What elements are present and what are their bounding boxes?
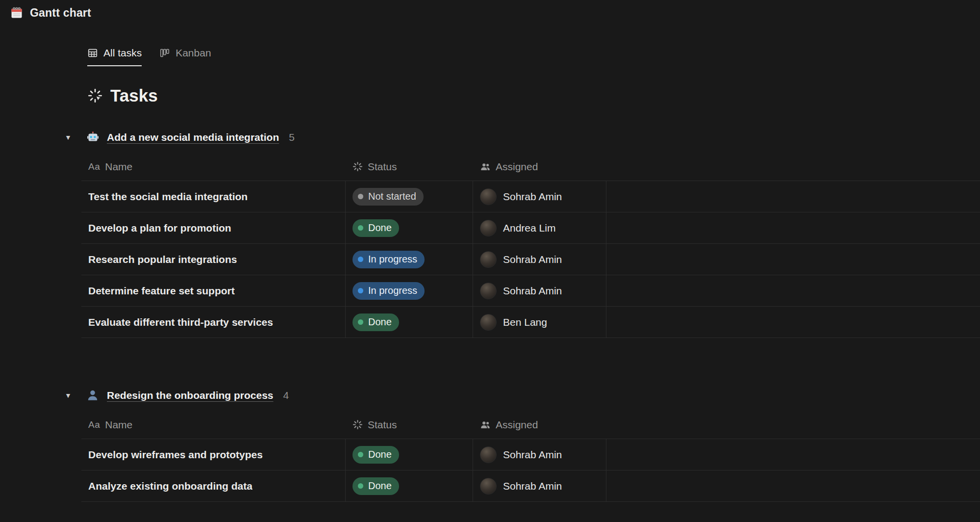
empty-cell [606,439,980,470]
table-row: Develop a plan for promotion Done Andrea… [81,212,980,244]
page-breadcrumb-title: Gantt chart [30,6,91,20]
status-badge[interactable]: Done [352,219,399,237]
group-header: ▼ Redesign the onboarding process 4 [65,388,980,403]
avatar [480,220,497,236]
text-property-icon: Aa [88,419,100,430]
status-badge[interactable]: In progress [352,282,425,300]
status-badge[interactable]: Not started [352,188,424,206]
task-name-link[interactable]: Analyze existing onboarding data [88,480,252,492]
empty-cell [606,275,980,306]
person-silhouette-icon [86,389,100,402]
column-header-status[interactable]: Status [346,411,473,439]
status-badge[interactable]: In progress [352,251,425,268]
task-name-link[interactable]: Develop a plan for promotion [88,222,231,234]
empty-cell [606,181,980,212]
table-view-icon [87,48,98,58]
table-row: Analyze existing onboarding data Done So… [81,470,980,502]
triangle-down-icon[interactable]: ▼ [65,134,75,141]
assignee-chip[interactable]: Sohrab Amin [480,188,562,205]
text-property-icon: Aa [88,161,100,172]
status-badge[interactable]: Done [352,477,399,495]
assignee-chip[interactable]: Sohrab Amin [480,446,562,463]
table-row: Determine feature set support In progres… [81,275,980,307]
group-count: 5 [289,131,295,143]
task-name-link[interactable]: Develop wireframes and prototypes [88,449,263,461]
column-header-assigned[interactable]: Assigned [473,153,606,181]
avatar [480,446,497,463]
group-title-link[interactable]: Redesign the onboarding process [107,390,274,401]
spinner-icon [352,419,363,430]
avatar [480,283,497,299]
group-header: ▼ Add a new social media integration 5 [65,130,980,145]
tasks-table: Aa Name Status Assigned Test the social … [81,153,980,338]
topbar: Gantt chart [0,0,980,24]
task-name-link[interactable]: Determine feature set support [88,285,235,297]
robot-icon [86,130,100,144]
empty-cell [606,212,980,243]
avatar [480,251,497,268]
tab-all-tasks[interactable]: All tasks [87,47,142,66]
group-count: 4 [283,390,289,401]
avatar [480,188,497,205]
table-row: Research popular integrations In progres… [81,244,980,275]
task-name-link[interactable]: Test the social media integration [88,191,248,203]
table-row: Evaluate different third-party services … [81,307,980,338]
table-row: Test the social media integration Not st… [81,181,980,212]
task-name-link[interactable]: Research popular integrations [88,254,237,265]
view-tabs: All tasks Kanban [87,47,980,66]
assignee-chip[interactable]: Sohrab Amin [480,251,562,268]
page-title-text: Tasks [110,86,158,105]
column-header-name[interactable]: Aa Name [81,411,346,439]
column-header-assigned[interactable]: Assigned [473,411,606,439]
assignee-chip[interactable]: Sohrab Amin [480,478,562,495]
empty-cell [606,244,980,275]
tab-kanban[interactable]: Kanban [159,47,211,66]
burst-cursor-icon [87,88,103,104]
assignee-chip[interactable]: Andrea Lim [480,220,555,236]
people-icon [480,419,491,430]
page-title: Tasks [87,86,980,105]
tab-label: Kanban [176,47,211,59]
column-header-name[interactable]: Aa Name [81,153,346,181]
task-group-onboarding: ▼ Redesign the onboarding process 4 Aa N… [0,388,980,502]
status-badge[interactable]: Done [352,313,399,331]
table-header-row: Aa Name Status Assigned [81,411,980,439]
people-icon [480,161,491,172]
table-row: Develop wireframes and prototypes Done S… [81,439,980,470]
assignee-chip[interactable]: Ben Lang [480,314,547,331]
tab-label: All tasks [103,47,142,59]
group-title-link[interactable]: Add a new social media integration [107,131,279,143]
assignee-chip[interactable]: Sohrab Amin [480,283,562,299]
column-header-filler [606,411,980,439]
spinner-icon [352,161,363,172]
task-group-social-media: ▼ Add a new social media integration 5 A… [0,130,980,338]
tasks-table: Aa Name Status Assigned Develop wirefram… [81,411,980,502]
board-view-icon [159,48,170,58]
empty-cell [606,307,980,338]
triangle-down-icon[interactable]: ▼ [65,392,75,399]
column-header-status[interactable]: Status [346,153,473,181]
column-header-filler [606,153,980,181]
table-header-row: Aa Name Status Assigned [81,153,980,181]
avatar [480,314,497,331]
avatar [480,478,497,495]
spiral-calendar-icon [10,6,24,20]
empty-cell [606,470,980,501]
task-name-link[interactable]: Evaluate different third-party services [88,316,273,328]
status-badge[interactable]: Done [352,446,399,464]
